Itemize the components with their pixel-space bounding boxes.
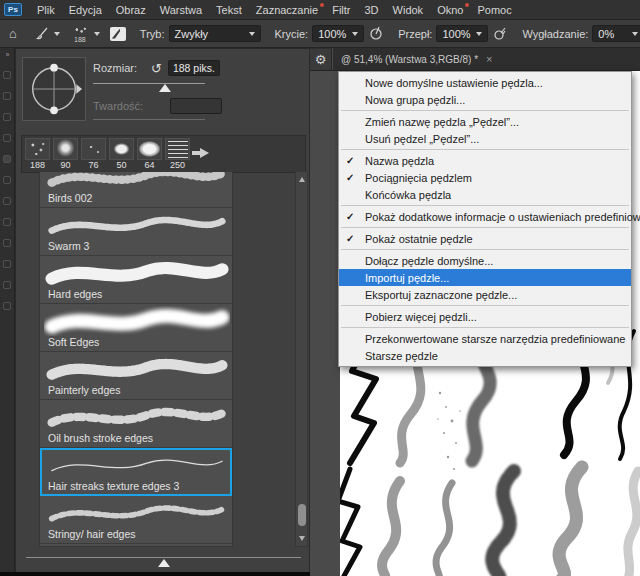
brush-name: Hard edges xyxy=(48,288,102,300)
menubar-item[interactable]: Edycja xyxy=(62,2,109,18)
opacity-dropdown[interactable]: 100% xyxy=(312,25,364,42)
context-menu-item[interactable]: Pociągnięcia pędzlem xyxy=(339,169,631,186)
options-bar: ⌂ 188 Tryb: Zwykły Krycie: xyxy=(0,20,640,48)
size-slider-thumb[interactable] xyxy=(159,84,171,92)
tool-icon[interactable] xyxy=(3,197,11,205)
tool-icon[interactable] xyxy=(3,239,11,247)
brush-preset-tile[interactable]: 76 xyxy=(80,138,107,172)
brush-list-item[interactable]: Painterly edges xyxy=(40,352,232,400)
tool-icon[interactable] xyxy=(3,134,11,142)
context-menu-item[interactable]: Nazwa pędzla xyxy=(339,152,631,169)
context-menu-item-label: Zmień nazwę pędzla „Pędzel”... xyxy=(365,116,519,128)
brush-preset-tile[interactable]: 50 xyxy=(108,138,135,172)
menubar-item[interactable]: 3D xyxy=(358,2,386,18)
tool-icon[interactable] xyxy=(3,176,11,184)
tool-icon[interactable] xyxy=(3,113,11,121)
brush-stroke-preview xyxy=(44,258,230,288)
tool-icon[interactable] xyxy=(3,218,11,226)
scroll-down-icon[interactable] xyxy=(299,536,305,541)
context-menu-item[interactable]: Pokaż ostatnie pędzle xyxy=(339,230,631,247)
tool-icon[interactable] xyxy=(3,155,11,163)
context-menu-item-label: Importuj pędzle... xyxy=(365,272,449,284)
menubar-item[interactable]: Pomoc xyxy=(470,2,518,18)
menubar-item[interactable]: Plik xyxy=(30,2,62,18)
tool-icon[interactable] xyxy=(3,281,11,289)
brush-name: Painterly edges xyxy=(48,384,120,396)
context-menu-item[interactable]: Końcówka pędzla xyxy=(339,186,631,203)
brush-name: Stringy/ hair edges xyxy=(48,528,136,540)
brush-list-scrollbar[interactable] xyxy=(295,171,308,547)
brush-name: Swarm 3 xyxy=(48,240,89,252)
tool-icon[interactable] xyxy=(3,302,11,310)
document-tab[interactable]: @ 51,4% (Warstwa 3,RGB/8) * × xyxy=(332,48,500,70)
panel-menu-gear-button[interactable]: ⚙ xyxy=(310,49,332,70)
context-menu-item-label: Dołącz pędzle domyślne... xyxy=(365,255,493,267)
brush-preset-tile[interactable]: 90 xyxy=(52,138,79,172)
brush-preset-picker[interactable]: 188 xyxy=(65,20,105,47)
brush-list-item[interactable]: Swarm 3 xyxy=(40,208,232,256)
toggle-brush-panel-button[interactable] xyxy=(105,20,131,47)
brush-tool-button[interactable] xyxy=(30,20,65,47)
context-menu-item[interactable]: Pokaż dodatkowe informacje o ustawieniac… xyxy=(339,208,631,225)
brush-list-item[interactable]: Soft Edges xyxy=(40,304,232,352)
hardness-value-field xyxy=(170,98,222,114)
checkmark-icon xyxy=(346,211,360,222)
close-tab-icon[interactable]: × xyxy=(486,53,492,65)
chevron-down-icon xyxy=(249,32,255,36)
expand-tools-icon[interactable]: » xyxy=(6,48,9,64)
context-menu-item-label: Nazwa pędzla xyxy=(365,155,434,167)
brush-list-item[interactable]: Hard edges xyxy=(40,256,232,304)
checkmark-icon xyxy=(346,233,360,244)
smoothing-label: Wygładzanie: xyxy=(522,28,588,40)
tool-icon[interactable] xyxy=(3,260,11,268)
brush-angle-widget[interactable] xyxy=(22,57,86,121)
context-menu-item[interactable]: Importuj pędzle... xyxy=(339,269,631,286)
brush-name: Birds 002 xyxy=(48,192,92,204)
context-menu-item[interactable]: Zmień nazwę pędzla „Pędzel”... xyxy=(339,113,631,130)
preset-arrow-tile[interactable] xyxy=(192,142,216,164)
context-menu-item[interactable]: Nowa grupa pędzli... xyxy=(339,91,631,108)
size-value-field[interactable]: 188 piks. xyxy=(168,60,220,76)
context-menu-item[interactable]: Dołącz pędzle domyślne... xyxy=(339,252,631,269)
context-menu-item[interactable]: Pobierz więcej pędzli... xyxy=(339,308,631,325)
context-menu-item-label: Nowa grupa pędzli... xyxy=(365,94,465,106)
menubar-item[interactable]: Okno xyxy=(430,2,470,18)
reset-icon[interactable]: ↺ xyxy=(151,62,162,75)
menubar-item[interactable]: Tekst xyxy=(209,2,249,18)
scroll-up-icon[interactable] xyxy=(299,177,305,182)
brush-list-item[interactable]: Hair streaks texture edges 3 xyxy=(40,448,232,496)
mode-dropdown[interactable]: Zwykły xyxy=(169,25,261,42)
menubar-item[interactable]: Obraz xyxy=(109,2,153,18)
brush-list-item[interactable]: Oil brush stroke edges xyxy=(40,400,232,448)
brush-stroke-preview xyxy=(44,498,230,528)
brush-preset-tile[interactable]: 64 xyxy=(136,138,163,172)
panel-footer xyxy=(16,547,309,575)
brush-preset-tile[interactable]: 250 xyxy=(164,138,191,172)
size-slider[interactable] xyxy=(93,81,205,91)
chevron-down-icon xyxy=(476,32,482,36)
pressure-opacity-icon[interactable] xyxy=(369,26,384,41)
scrollbar-thumb[interactable] xyxy=(298,504,306,526)
home-icon[interactable]: ⌂ xyxy=(5,27,21,40)
airbrush-icon[interactable] xyxy=(493,26,508,41)
context-menu-item[interactable]: Starsze pędzle xyxy=(339,347,631,364)
menubar-item[interactable]: Zaznaczanie xyxy=(249,2,325,18)
tool-icon[interactable] xyxy=(3,71,11,79)
context-menu-item-label: Pociągnięcia pędzlem xyxy=(365,172,472,184)
brush-list-item[interactable]: Birds 002 xyxy=(40,171,232,208)
menubar-item[interactable]: Warstwa xyxy=(153,2,209,18)
context-menu-item[interactable]: Usuń pędzel „Pędzel”... xyxy=(339,130,631,147)
photoshop-logo: Ps xyxy=(4,3,22,16)
footer-slider-thumb[interactable] xyxy=(158,559,170,567)
context-menu-item[interactable]: Nowe domyślne ustawienie pędzla... xyxy=(339,74,631,91)
smoothing-dropdown[interactable]: 0% xyxy=(592,25,640,42)
brush-list-item[interactable]: Stringy/ hair edges xyxy=(40,496,232,544)
tool-icon[interactable] xyxy=(3,92,11,100)
menubar-item[interactable]: Filtr xyxy=(325,2,357,18)
context-menu-item[interactable]: Eksportuj zaznaczone pędzle... xyxy=(339,286,631,303)
brush-stroke-preview xyxy=(44,171,230,192)
context-menu-item[interactable]: Przekonwertowane starsze narzędzia prede… xyxy=(339,330,631,347)
brush-preset-tile[interactable]: 188 xyxy=(24,138,51,172)
menubar-item[interactable]: Widok xyxy=(386,2,431,18)
flow-dropdown[interactable]: 100% xyxy=(436,25,488,42)
